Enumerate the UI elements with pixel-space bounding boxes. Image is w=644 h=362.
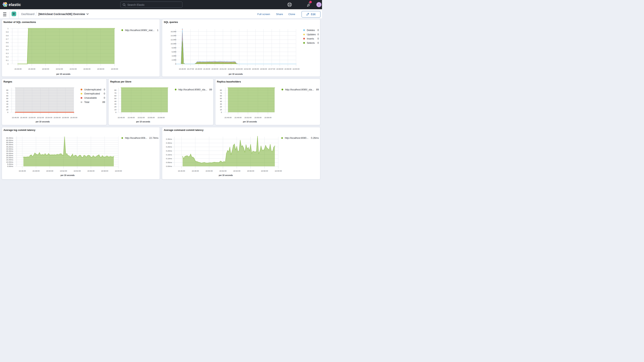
svg-text:15:52:00: 15:52:00 <box>228 68 235 70</box>
svg-text:15:53:00: 15:53:00 <box>236 68 243 70</box>
svg-text:15:50:00: 15:50:00 <box>28 116 36 118</box>
svg-text:15:46:00: 15:46:00 <box>12 116 19 118</box>
svg-text:15:52:00: 15:52:00 <box>244 116 252 118</box>
svg-text:60: 60 <box>220 95 222 97</box>
svg-text:15:56:00: 15:56:00 <box>54 116 60 118</box>
svg-text:16:00:00: 16:00:00 <box>70 116 77 118</box>
svg-text:15:46:00: 15:46:00 <box>19 170 26 172</box>
svg-text:16:00:00: 16:00:00 <box>111 68 118 70</box>
svg-text:15:50:00: 15:50:00 <box>46 170 53 172</box>
svg-text:15:55:00: 15:55:00 <box>254 116 262 118</box>
svg-text:30: 30 <box>114 103 116 105</box>
svg-text:0.10ms: 0.10ms <box>166 157 172 160</box>
svg-text:0.00ms: 0.00ms <box>166 165 172 167</box>
svg-text:60: 60 <box>114 95 116 97</box>
svg-text:0.05ms: 0.05ms <box>166 161 172 164</box>
svg-text:0.30ms: 0.30ms <box>166 142 172 144</box>
svg-text:per 10 seconds: per 10 seconds <box>219 174 233 176</box>
svg-text:15:58:00: 15:58:00 <box>261 170 268 172</box>
svg-text:15:48:00: 15:48:00 <box>195 68 202 70</box>
svg-text:60.00ms: 60.00ms <box>6 139 13 141</box>
svg-text:15:46:00: 15:46:00 <box>179 68 186 70</box>
svg-text:40: 40 <box>114 100 116 102</box>
svg-text:25.00ms: 25.00ms <box>6 154 13 156</box>
svg-text:15:50:00: 15:50:00 <box>42 68 49 70</box>
svg-text:15:51:00: 15:51:00 <box>220 68 226 70</box>
svg-text:15:49:00: 15:49:00 <box>128 116 135 118</box>
svg-text:15:54:00: 15:54:00 <box>45 116 52 118</box>
svg-text:60: 60 <box>6 95 8 97</box>
svg-text:10: 10 <box>220 108 222 111</box>
svg-text:15:49:00: 15:49:00 <box>234 116 242 118</box>
svg-text:15:56:00: 15:56:00 <box>247 170 254 172</box>
svg-text:per 10 seconds: per 10 seconds <box>36 121 50 123</box>
svg-text:4,000: 4,000 <box>172 55 176 57</box>
svg-text:8,000: 8,000 <box>172 47 176 49</box>
svg-text:15:58:00: 15:58:00 <box>158 116 165 118</box>
svg-text:1: 1 <box>7 27 8 29</box>
svg-text:80: 80 <box>114 89 116 91</box>
svg-text:15:48:00: 15:48:00 <box>192 170 199 172</box>
svg-text:15:58:00: 15:58:00 <box>276 68 284 70</box>
svg-text:15:46:00: 15:46:00 <box>118 116 125 118</box>
svg-text:per 10 seconds: per 10 seconds <box>56 73 70 75</box>
svg-text:20: 20 <box>6 106 8 108</box>
svg-text:per 10 seconds: per 10 seconds <box>243 121 257 123</box>
svg-text:80: 80 <box>6 89 8 91</box>
svg-text:16,000: 16,000 <box>171 30 176 32</box>
svg-text:12,000: 12,000 <box>171 38 176 41</box>
svg-text:50.00ms: 50.00ms <box>6 144 13 146</box>
svg-text:65.00ms: 65.00ms <box>6 137 13 139</box>
svg-text:15:46:00: 15:46:00 <box>178 170 185 172</box>
svg-text:10: 10 <box>6 108 8 111</box>
svg-text:55.00ms: 55.00ms <box>6 141 13 144</box>
svg-text:15:46:00: 15:46:00 <box>14 68 22 70</box>
svg-text:0: 0 <box>175 63 176 65</box>
svg-text:15:50:00: 15:50:00 <box>206 170 213 172</box>
svg-text:0.3: 0.3 <box>6 52 8 54</box>
svg-text:0.4: 0.4 <box>6 48 8 51</box>
svg-text:15:48:00: 15:48:00 <box>28 68 35 70</box>
svg-text:0.8: 0.8 <box>6 34 8 36</box>
svg-text:15:56:00: 15:56:00 <box>83 68 90 70</box>
svg-text:15:58:00: 15:58:00 <box>97 68 104 70</box>
svg-text:40: 40 <box>6 100 8 102</box>
svg-text:15:58:00: 15:58:00 <box>264 116 272 118</box>
svg-text:15:55:00: 15:55:00 <box>252 68 259 70</box>
svg-text:40.00ms: 40.00ms <box>6 148 13 150</box>
svg-text:0.2: 0.2 <box>6 56 8 58</box>
svg-text:80: 80 <box>220 89 222 91</box>
svg-text:0.00ms: 0.00ms <box>7 165 13 167</box>
svg-text:15:54:00: 15:54:00 <box>70 68 76 70</box>
svg-text:0.25ms: 0.25ms <box>166 146 172 148</box>
svg-text:70: 70 <box>114 92 116 94</box>
svg-text:15:49:00: 15:49:00 <box>203 68 210 70</box>
svg-text:per 10 seconds: per 10 seconds <box>60 174 74 176</box>
svg-text:30.00ms: 30.00ms <box>6 152 13 154</box>
svg-text:15:50:00: 15:50:00 <box>211 68 218 70</box>
svg-text:15:48:00: 15:48:00 <box>32 170 40 172</box>
svg-text:15:48:00: 15:48:00 <box>20 116 27 118</box>
svg-text:0: 0 <box>115 111 116 113</box>
svg-text:15:47:00: 15:47:00 <box>187 68 194 70</box>
svg-text:0.5: 0.5 <box>6 45 8 47</box>
svg-text:0.9: 0.9 <box>6 31 8 33</box>
svg-text:15:56:00: 15:56:00 <box>87 170 94 172</box>
svg-text:15:52:00: 15:52:00 <box>60 170 67 172</box>
svg-text:50: 50 <box>220 97 222 100</box>
svg-text:15:54:00: 15:54:00 <box>233 170 240 172</box>
svg-text:0.15ms: 0.15ms <box>166 154 172 156</box>
svg-text:50: 50 <box>6 97 8 100</box>
svg-text:14,000: 14,000 <box>171 34 176 36</box>
svg-text:15:52:00: 15:52:00 <box>220 170 226 172</box>
svg-text:15:52:00: 15:52:00 <box>37 116 44 118</box>
svg-text:15:59:00: 15:59:00 <box>284 68 292 70</box>
svg-text:15:46:00: 15:46:00 <box>224 116 232 118</box>
svg-text:per 10 seconds: per 10 seconds <box>136 121 150 123</box>
svg-text:15:58:00: 15:58:00 <box>101 170 108 172</box>
svg-text:70: 70 <box>6 92 8 94</box>
svg-text:50: 50 <box>114 97 116 100</box>
svg-text:70: 70 <box>220 92 222 94</box>
svg-text:45.00ms: 45.00ms <box>6 146 13 148</box>
svg-text:15:55:00: 15:55:00 <box>148 116 155 118</box>
